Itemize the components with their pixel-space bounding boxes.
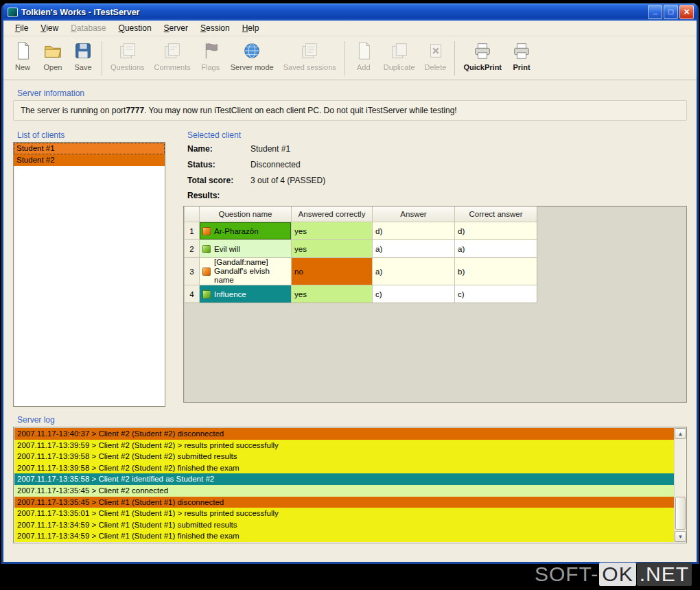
- menu-help[interactable]: Help: [236, 21, 266, 35]
- quickprint-icon: [472, 40, 493, 61]
- row-number: 3: [184, 257, 199, 285]
- content-area: Server information The server is running…: [3, 80, 697, 543]
- quickprint-button[interactable]: QuickPrint: [458, 38, 506, 78]
- question-name-cell[interactable]: Evil will: [199, 239, 291, 257]
- add-icon: [353, 40, 374, 61]
- toolbar-separator: [345, 41, 345, 75]
- answered-correctly-cell[interactable]: yes: [291, 285, 372, 303]
- save-button[interactable]: Save: [68, 38, 98, 78]
- menu-view[interactable]: View: [34, 21, 65, 35]
- answered-correctly-cell[interactable]: yes: [291, 239, 372, 257]
- clients-listbox[interactable]: Student #1 Student #2: [13, 142, 165, 407]
- server-port: 7777: [126, 106, 144, 115]
- correct-answer-cell[interactable]: b): [454, 257, 537, 285]
- question-name-cell[interactable]: [Gandalf:name]Gandalf's elvish name: [199, 257, 291, 285]
- maximize-button[interactable]: □: [664, 5, 678, 19]
- server-info-text-post: . You may now run iTestClient on each cl…: [144, 106, 457, 115]
- menubar: File View Database Question Server Sessi…: [3, 21, 697, 36]
- question-name: [Gandalf:name]Gandalf's elvish name: [214, 258, 288, 285]
- results-header-answer[interactable]: Answer: [372, 206, 454, 222]
- window-title: Tolkien's Works - iTestServer: [21, 8, 646, 17]
- selected-client-heading: Selected client: [187, 130, 687, 140]
- answer-cell[interactable]: a): [372, 257, 454, 285]
- delete-button[interactable]: Delete: [420, 38, 452, 78]
- scroll-down-icon[interactable]: ▼: [675, 531, 686, 542]
- server-log-list: 2007.11.17-13:40:37 > Client #2 (Student…: [14, 428, 674, 542]
- orange-tag-icon: [202, 268, 211, 276]
- add-button[interactable]: Add: [349, 38, 379, 78]
- correct-answer-cell[interactable]: d): [454, 222, 537, 239]
- log-entry[interactable]: 2007.11.17-13:35:45 > Client #1 (Student…: [14, 497, 674, 508]
- orange-tag-icon: [202, 227, 211, 235]
- menu-server[interactable]: Server: [158, 21, 194, 35]
- answered-correctly-cell[interactable]: yes: [291, 222, 372, 239]
- toolbar-separator: [102, 41, 102, 75]
- soft-ok-watermark: SOFT-OK.NET: [535, 563, 692, 586]
- total-score-label: Total score:: [187, 176, 250, 185]
- toolbar-separator: [454, 41, 455, 75]
- correct-answer-cell[interactable]: a): [454, 239, 537, 257]
- print-button[interactable]: Print: [506, 38, 537, 78]
- menu-question[interactable]: Question: [113, 21, 158, 35]
- minimize-button[interactable]: _: [648, 5, 662, 19]
- scroll-up-icon[interactable]: ▲: [675, 428, 686, 439]
- log-entry[interactable]: 2007.11.17-13:39:58 > Client #2 (Student…: [14, 451, 674, 462]
- question-name: Influence: [214, 290, 246, 298]
- green-tag-icon: [202, 290, 211, 298]
- client-list-item[interactable]: Student #1: [14, 143, 165, 154]
- flags-button[interactable]: Flags: [196, 38, 226, 78]
- questions-button[interactable]: Questions: [106, 38, 150, 78]
- new-button[interactable]: New: [8, 38, 38, 78]
- server-log-heading: Server log: [17, 415, 687, 425]
- log-entry[interactable]: 2007.11.17-13:40:37 > Client #2 (Student…: [14, 428, 674, 440]
- log-entry[interactable]: 2007.11.17-13:35:01 > Client #1 (Student…: [14, 508, 674, 519]
- correct-answer-cell[interactable]: c): [454, 285, 537, 303]
- row-number: 1: [184, 222, 199, 239]
- titlebar[interactable]: Tolkien's Works - iTestServer _ □ ×: [3, 3, 697, 21]
- client-list-item[interactable]: Student #2: [14, 154, 165, 166]
- question-name: Ar-Pharazôn: [214, 227, 259, 235]
- answer-cell[interactable]: a): [372, 239, 454, 257]
- results-label: Results:: [187, 191, 687, 200]
- results-header-question[interactable]: Question name: [199, 206, 291, 222]
- menu-session[interactable]: Session: [194, 21, 236, 35]
- server-info-text: The server is running on port: [21, 106, 126, 115]
- comments-icon: [162, 40, 183, 61]
- open-folder-icon: [43, 40, 63, 61]
- results-header-answered[interactable]: Answered correctly: [291, 206, 372, 222]
- green-tag-icon: [202, 245, 211, 253]
- answer-cell[interactable]: c): [372, 285, 454, 303]
- menu-database[interactable]: Database: [65, 21, 112, 35]
- app-window: Tolkien's Works - iTestServer _ □ × File…: [1, 3, 699, 564]
- selected-client-panel: Selected client Name: Student #1 Status:…: [183, 128, 687, 407]
- log-entry[interactable]: 2007.11.17-13:35:58 > Client #2 identifi…: [14, 473, 674, 485]
- log-entry[interactable]: 2007.11.17-13:34:59 > Client #1 (Student…: [14, 519, 674, 531]
- results-header-correct[interactable]: Correct answer: [454, 206, 537, 222]
- log-scrollbar[interactable]: ▲ ▼: [674, 428, 686, 542]
- log-entry[interactable]: 2007.11.17-13:34:59 > Client #1 (Student…: [14, 530, 674, 542]
- open-button[interactable]: Open: [38, 38, 68, 78]
- comments-button[interactable]: Comments: [150, 38, 196, 78]
- question-name-cell[interactable]: Influence: [199, 285, 291, 303]
- questions-icon: [117, 40, 138, 61]
- server-information-box: The server is running on port 7777. You …: [13, 100, 687, 121]
- scrollbar-thumb[interactable]: [675, 497, 686, 530]
- watermark-part3: .NET: [637, 563, 692, 586]
- log-entry[interactable]: 2007.11.17-13:39:59 > Client #2 (Student…: [14, 440, 674, 451]
- menu-file[interactable]: File: [9, 21, 34, 35]
- results-header-corner: [184, 206, 199, 222]
- answered-correctly-cell[interactable]: no: [291, 257, 372, 285]
- close-button[interactable]: ×: [679, 5, 694, 19]
- server-mode-button[interactable]: Server mode: [226, 38, 279, 78]
- selected-client-fields: Name: Student #1 Status: Disconnected To…: [187, 144, 687, 185]
- total-score-value: 3 out of 4 (PASSED): [250, 176, 687, 185]
- saved-sessions-button[interactable]: Saved sessions: [279, 38, 341, 78]
- delete-icon: [425, 40, 446, 61]
- save-icon: [73, 40, 93, 61]
- duplicate-button[interactable]: Duplicate: [379, 38, 420, 78]
- question-name-cell[interactable]: Ar-Pharazôn: [199, 222, 291, 239]
- saved-sessions-icon: [299, 40, 320, 61]
- log-entry[interactable]: 2007.11.17-13:35:45 > Client #2 connecte…: [14, 485, 674, 497]
- log-entry[interactable]: 2007.11.17-13:39:58 > Client #2 (Student…: [14, 462, 674, 474]
- answer-cell[interactable]: d): [372, 222, 454, 239]
